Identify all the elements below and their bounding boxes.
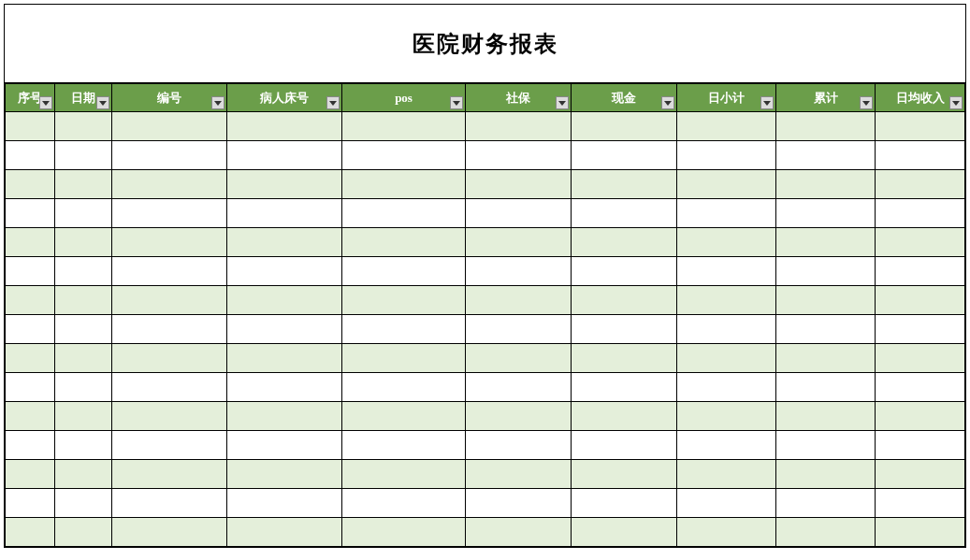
col-header-date[interactable]: 日期 bbox=[54, 84, 111, 112]
table-cell[interactable] bbox=[876, 518, 965, 547]
table-cell[interactable] bbox=[111, 112, 226, 141]
table-cell[interactable] bbox=[111, 257, 226, 286]
table-cell[interactable] bbox=[776, 286, 876, 315]
table-cell[interactable] bbox=[677, 315, 776, 344]
table-cell[interactable] bbox=[466, 315, 572, 344]
table-row[interactable] bbox=[6, 489, 965, 518]
table-cell[interactable] bbox=[6, 257, 55, 286]
col-header-bed[interactable]: 病人床号 bbox=[226, 84, 341, 112]
filter-dropdown-icon[interactable] bbox=[556, 96, 569, 109]
col-header-seq[interactable]: 序号 bbox=[6, 84, 55, 112]
table-cell[interactable] bbox=[466, 257, 572, 286]
table-cell[interactable] bbox=[876, 489, 965, 518]
table-cell[interactable] bbox=[226, 228, 341, 257]
table-cell[interactable] bbox=[111, 286, 226, 315]
table-cell[interactable] bbox=[876, 431, 965, 460]
table-cell[interactable] bbox=[226, 402, 341, 431]
table-cell[interactable] bbox=[54, 170, 111, 199]
table-cell[interactable] bbox=[776, 170, 876, 199]
table-cell[interactable] bbox=[341, 402, 466, 431]
table-row[interactable] bbox=[6, 170, 965, 199]
table-cell[interactable] bbox=[876, 257, 965, 286]
table-cell[interactable] bbox=[341, 344, 466, 373]
table-cell[interactable] bbox=[572, 344, 677, 373]
table-cell[interactable] bbox=[226, 112, 341, 141]
table-cell[interactable] bbox=[341, 170, 466, 199]
table-cell[interactable] bbox=[466, 344, 572, 373]
table-cell[interactable] bbox=[226, 344, 341, 373]
table-cell[interactable] bbox=[466, 112, 572, 141]
table-cell[interactable] bbox=[111, 402, 226, 431]
table-cell[interactable] bbox=[572, 170, 677, 199]
table-cell[interactable] bbox=[466, 518, 572, 547]
table-cell[interactable] bbox=[876, 402, 965, 431]
table-cell[interactable] bbox=[466, 228, 572, 257]
table-cell[interactable] bbox=[466, 489, 572, 518]
table-cell[interactable] bbox=[776, 460, 876, 489]
table-cell[interactable] bbox=[876, 199, 965, 228]
table-cell[interactable] bbox=[776, 199, 876, 228]
table-cell[interactable] bbox=[677, 373, 776, 402]
col-header-pos[interactable]: pos bbox=[341, 84, 466, 112]
table-row[interactable] bbox=[6, 141, 965, 170]
table-cell[interactable] bbox=[677, 344, 776, 373]
filter-dropdown-icon[interactable] bbox=[96, 96, 109, 109]
table-cell[interactable] bbox=[876, 170, 965, 199]
table-cell[interactable] bbox=[341, 315, 466, 344]
table-cell[interactable] bbox=[341, 431, 466, 460]
table-cell[interactable] bbox=[341, 112, 466, 141]
filter-dropdown-icon[interactable] bbox=[760, 96, 774, 109]
table-cell[interactable] bbox=[111, 489, 226, 518]
table-cell[interactable] bbox=[111, 315, 226, 344]
table-cell[interactable] bbox=[6, 518, 55, 547]
table-cell[interactable] bbox=[677, 431, 776, 460]
table-cell[interactable] bbox=[341, 228, 466, 257]
table-cell[interactable] bbox=[466, 373, 572, 402]
table-cell[interactable] bbox=[6, 286, 55, 315]
col-header-ins[interactable]: 社保 bbox=[466, 84, 572, 112]
table-row[interactable] bbox=[6, 112, 965, 141]
table-cell[interactable] bbox=[54, 402, 111, 431]
table-cell[interactable] bbox=[466, 199, 572, 228]
table-cell[interactable] bbox=[111, 518, 226, 547]
table-cell[interactable] bbox=[6, 373, 55, 402]
table-cell[interactable] bbox=[677, 286, 776, 315]
table-cell[interactable] bbox=[111, 228, 226, 257]
table-cell[interactable] bbox=[226, 489, 341, 518]
table-cell[interactable] bbox=[341, 141, 466, 170]
table-cell[interactable] bbox=[776, 141, 876, 170]
table-cell[interactable] bbox=[776, 344, 876, 373]
table-cell[interactable] bbox=[226, 257, 341, 286]
table-cell[interactable] bbox=[341, 518, 466, 547]
table-cell[interactable] bbox=[6, 170, 55, 199]
table-cell[interactable] bbox=[776, 228, 876, 257]
table-cell[interactable] bbox=[876, 141, 965, 170]
filter-dropdown-icon[interactable] bbox=[39, 96, 52, 109]
table-cell[interactable] bbox=[226, 315, 341, 344]
table-cell[interactable] bbox=[572, 460, 677, 489]
table-cell[interactable] bbox=[572, 257, 677, 286]
table-cell[interactable] bbox=[226, 373, 341, 402]
table-cell[interactable] bbox=[876, 344, 965, 373]
table-cell[interactable] bbox=[6, 460, 55, 489]
table-cell[interactable] bbox=[54, 315, 111, 344]
table-cell[interactable] bbox=[6, 431, 55, 460]
table-cell[interactable] bbox=[6, 489, 55, 518]
table-cell[interactable] bbox=[341, 460, 466, 489]
table-cell[interactable] bbox=[572, 112, 677, 141]
table-cell[interactable] bbox=[677, 257, 776, 286]
col-header-code[interactable]: 编号 bbox=[111, 84, 226, 112]
table-cell[interactable] bbox=[226, 141, 341, 170]
table-cell[interactable] bbox=[572, 431, 677, 460]
table-cell[interactable] bbox=[54, 373, 111, 402]
table-cell[interactable] bbox=[466, 141, 572, 170]
table-cell[interactable] bbox=[776, 373, 876, 402]
table-cell[interactable] bbox=[677, 170, 776, 199]
table-cell[interactable] bbox=[111, 344, 226, 373]
table-row[interactable] bbox=[6, 286, 965, 315]
table-cell[interactable] bbox=[776, 518, 876, 547]
table-cell[interactable] bbox=[776, 112, 876, 141]
table-cell[interactable] bbox=[54, 518, 111, 547]
table-cell[interactable] bbox=[776, 489, 876, 518]
table-cell[interactable] bbox=[876, 228, 965, 257]
